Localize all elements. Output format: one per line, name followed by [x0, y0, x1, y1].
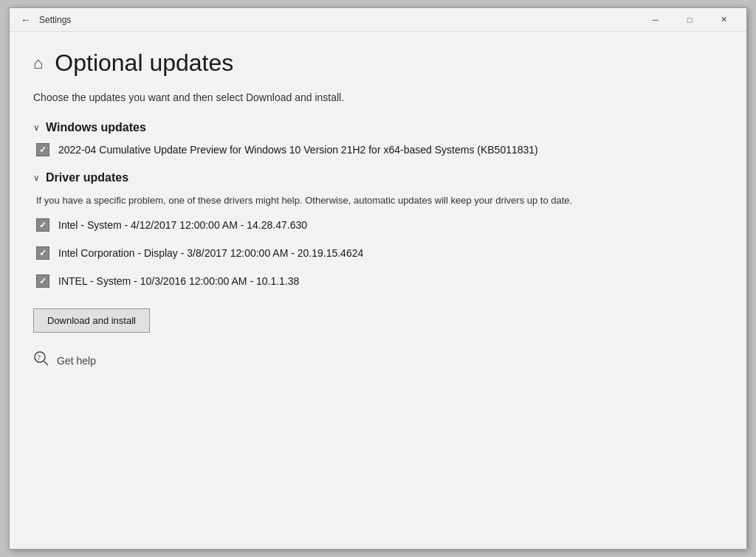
- subtitle: Choose the updates you want and then sel…: [33, 91, 723, 103]
- driver-updates-title: Driver updates: [46, 171, 128, 184]
- settings-window: ← Settings ─ □ ✕ ⌂ Optional updates Choo…: [9, 7, 747, 550]
- driver-update-checkbox-0[interactable]: [36, 218, 49, 232]
- driver-update-label-1: Intel Corporation - Display - 3/8/2017 1…: [58, 247, 363, 259]
- get-help-label[interactable]: Get help: [57, 355, 96, 367]
- svg-line-1: [44, 361, 49, 365]
- windows-updates-title: Windows updates: [46, 121, 146, 134]
- get-help-section: ? Get help: [33, 350, 723, 371]
- svg-text:?: ?: [38, 353, 41, 361]
- titlebar-title: Settings: [39, 15, 639, 25]
- home-icon: ⌂: [33, 54, 43, 73]
- get-help-icon: ?: [33, 350, 49, 371]
- titlebar-controls: ─ □ ✕: [639, 8, 740, 32]
- driver-updates-header[interactable]: ∨ Driver updates: [33, 171, 723, 184]
- windows-updates-header[interactable]: ∨ Windows updates: [33, 121, 723, 134]
- driver-update-label-0: Intel - System - 4/12/2017 12:00:00 AM -…: [58, 219, 307, 231]
- driver-update-item-1: Intel Corporation - Display - 3/8/2017 1…: [36, 246, 723, 260]
- driver-updates-section: ∨ Driver updates If you have a specific …: [33, 171, 723, 288]
- windows-updates-chevron: ∨: [33, 122, 40, 133]
- main-content: ⌂ Optional updates Choose the updates yo…: [10, 32, 746, 549]
- back-button[interactable]: ←: [16, 10, 36, 30]
- maximize-button[interactable]: □: [673, 8, 707, 32]
- driver-update-item-2: INTEL - System - 10/3/2016 12:00:00 AM -…: [36, 274, 723, 288]
- driver-update-label-2: INTEL - System - 10/3/2016 12:00:00 AM -…: [58, 275, 299, 287]
- windows-update-item-0: 2022-04 Cumulative Update Preview for Wi…: [36, 143, 723, 156]
- download-install-button[interactable]: Download and install: [33, 308, 150, 333]
- titlebar: ← Settings ─ □ ✕: [10, 8, 746, 32]
- page-title: Optional updates: [55, 49, 233, 77]
- driver-updates-chevron: ∨: [33, 173, 40, 183]
- driver-updates-note: If you have a specific problem, one of t…: [36, 193, 723, 208]
- driver-update-item-0: Intel - System - 4/12/2017 12:00:00 AM -…: [36, 218, 723, 232]
- page-header: ⌂ Optional updates: [33, 49, 723, 77]
- windows-update-label-0: 2022-04 Cumulative Update Preview for Wi…: [58, 144, 538, 156]
- driver-update-checkbox-1[interactable]: [36, 246, 49, 260]
- driver-update-checkbox-2[interactable]: [36, 274, 49, 288]
- close-button[interactable]: ✕: [707, 8, 740, 32]
- minimize-button[interactable]: ─: [639, 8, 673, 32]
- windows-update-checkbox-0[interactable]: [36, 143, 49, 156]
- windows-updates-section: ∨ Windows updates 2022-04 Cumulative Upd…: [33, 121, 723, 156]
